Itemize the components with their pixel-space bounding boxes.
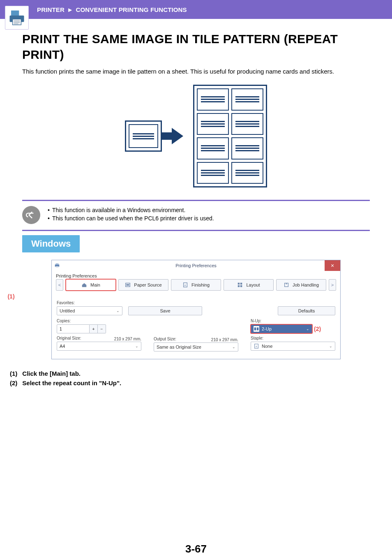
callout-1: (1) [7, 293, 14, 300]
job-icon [284, 282, 289, 288]
tab-main[interactable]: Main [66, 279, 116, 291]
illustration-input-sheet [125, 120, 162, 152]
tabs-next-button[interactable]: > [329, 279, 336, 291]
close-icon[interactable]: × [325, 260, 340, 271]
svg-text:A: A [256, 345, 258, 348]
output-size-label: Output Size: [154, 337, 176, 341]
home-icon [81, 282, 87, 288]
original-size-select[interactable]: A4 ⌄ [57, 342, 141, 351]
step-2: (2) Select the repeat count in "N-Up". [10, 379, 382, 386]
step-2-number: (2) [10, 379, 17, 386]
tab-job-handling[interactable]: Job Handling [276, 279, 326, 291]
os-badge: Windows [22, 235, 80, 252]
step-2-text: Select the repeat count in "N-Up". [22, 379, 121, 386]
step-1-number: (1) [10, 370, 17, 377]
chevron-down-icon: ⌄ [329, 344, 332, 348]
nup-icon [254, 326, 259, 332]
tabs-prev-button[interactable]: < [56, 279, 63, 291]
svg-rect-14 [240, 283, 242, 284]
tab-layout-label: Layout [246, 282, 260, 287]
printer-logo [5, 6, 29, 30]
copies-minus-button[interactable]: − [98, 324, 106, 333]
svg-rect-13 [238, 283, 240, 284]
page-number: 3-67 [0, 543, 392, 555]
printer-small-icon [54, 263, 60, 268]
output-size-select[interactable]: Same as Original Size ⌄ [154, 342, 238, 352]
chevron-down-icon: ⌄ [232, 345, 235, 349]
svg-rect-20 [257, 328, 258, 331]
illustration-card [129, 124, 158, 148]
save-button[interactable]: Save [128, 306, 202, 315]
step-1-text: Click the [Main] tab. [22, 370, 81, 377]
header-bar: PRINTER ► CONVENIENT PRINTING FUNCTIONS [0, 0, 392, 19]
nup-label: N-Up: [251, 319, 335, 323]
original-size-value: A4 [60, 344, 65, 349]
copies-input[interactable] [57, 324, 90, 333]
note-block: •This function is available in a Windows… [22, 201, 370, 230]
copies-stepper[interactable]: + − [57, 324, 141, 333]
nup-value: 2-Up [262, 326, 272, 331]
steps-list: (1) Click the [Main] tab. (2) Select the… [0, 368, 392, 386]
output-size-dim: 210 x 297 mm. [211, 338, 238, 342]
tab-layout[interactable]: Layout [224, 279, 274, 291]
breadcrumb: PRINTER ► CONVENIENT PRINTING FUNCTIONS [37, 6, 187, 13]
chevron-down-icon: ⌄ [116, 309, 120, 313]
tabs-row: < Main Paper Source A Finishing Layout J… [52, 279, 340, 292]
tab-paper-source[interactable]: Paper Source [118, 279, 168, 291]
favorites-value: Untitled [60, 308, 75, 313]
copies-plus-button[interactable]: + [90, 324, 98, 333]
note-back-icon [22, 206, 40, 224]
chevron-down-icon: ⌄ [306, 327, 309, 331]
defaults-button[interactable]: Defaults [278, 306, 335, 315]
breadcrumb-section[interactable]: PRINTER [37, 6, 65, 13]
favorites-label: Favorites: [57, 301, 335, 305]
output-size-value: Same as Original Size [157, 345, 201, 349]
copies-label: Copies: [57, 319, 141, 323]
intro-text: This function prints the same image in t… [22, 68, 370, 75]
illustration [22, 85, 370, 187]
note-1: This function is available in a Windows … [52, 207, 186, 213]
callout-2: (2) [314, 326, 321, 332]
tab-finishing[interactable]: A Finishing [171, 279, 221, 291]
illustration-output-sheet [193, 85, 267, 187]
svg-rect-8 [56, 266, 59, 268]
page-icon: A [182, 282, 188, 288]
dialog-titlebar: Printing Preferences × [52, 260, 340, 271]
breadcrumb-arrow-icon: ► [67, 6, 73, 13]
page-title: PRINT THE SAME IMAGE IN TILE PATTERN (RE… [22, 31, 370, 62]
page-small-icon: A [254, 343, 259, 349]
breadcrumb-page[interactable]: CONVENIENT PRINTING FUNCTIONS [76, 6, 187, 13]
divider [22, 230, 370, 231]
bullet-dot: • [48, 215, 50, 222]
tab-paper-label: Paper Source [134, 282, 161, 287]
dialog-title: Printing Preferences [175, 263, 217, 268]
svg-point-18 [286, 283, 287, 284]
note-2: This function can be used when the PCL6 … [52, 215, 214, 222]
svg-rect-0 [11, 11, 19, 16]
staple-label: Staple: [251, 336, 335, 340]
bullet-dot: • [48, 207, 50, 213]
nup-select[interactable]: 2-Up ⌄ [251, 324, 312, 333]
staple-value: None [262, 344, 272, 349]
tray-icon [125, 282, 131, 288]
save-label: Save [160, 308, 170, 313]
svg-rect-16 [240, 285, 242, 287]
tab-main-label: Main [90, 282, 100, 287]
svg-text:A: A [184, 284, 186, 287]
original-size-label: Original Size: [57, 336, 81, 340]
layout-icon [237, 282, 243, 288]
favorites-select[interactable]: Untitled ⌄ [57, 306, 122, 315]
arrow-right-icon [172, 128, 183, 144]
svg-rect-10 [127, 284, 129, 286]
svg-rect-7 [56, 264, 59, 265]
step-1: (1) Click the [Main] tab. [10, 370, 382, 377]
chevron-down-icon: ⌄ [135, 344, 138, 348]
dialog-subtitle: Printing Preferences [52, 271, 340, 279]
svg-rect-15 [238, 285, 240, 287]
printing-preferences-dialog: Printing Preferences × Printing Preferen… [51, 260, 341, 359]
defaults-label: Defaults [298, 308, 315, 313]
tab-finishing-label: Finishing [191, 282, 210, 287]
original-size-dim: 210 x 297 mm. [114, 337, 141, 341]
staple-select[interactable]: A None ⌄ [251, 342, 335, 351]
printer-icon [8, 9, 25, 26]
